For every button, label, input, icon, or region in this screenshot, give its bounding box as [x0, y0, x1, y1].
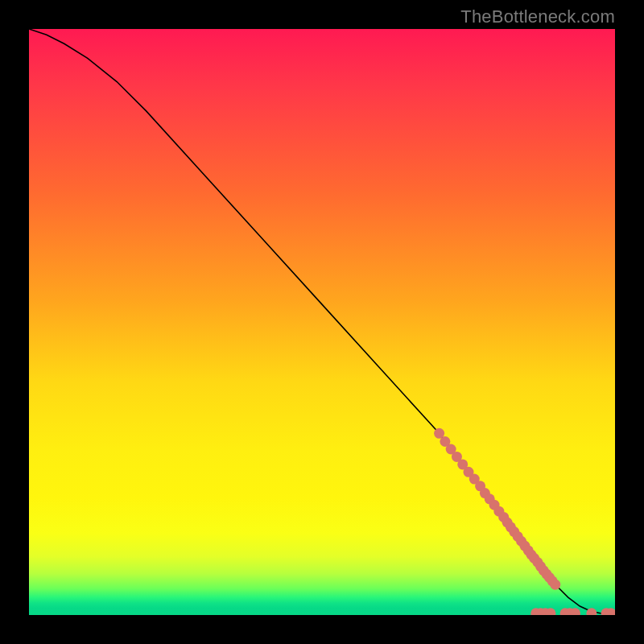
data-marker	[586, 608, 597, 615]
attribution-text: TheBottleneck.com	[460, 6, 615, 27]
marker-cluster	[434, 428, 615, 615]
data-marker	[550, 580, 560, 590]
bottleneck-curve	[29, 29, 615, 614]
plot-overlay	[29, 29, 615, 615]
